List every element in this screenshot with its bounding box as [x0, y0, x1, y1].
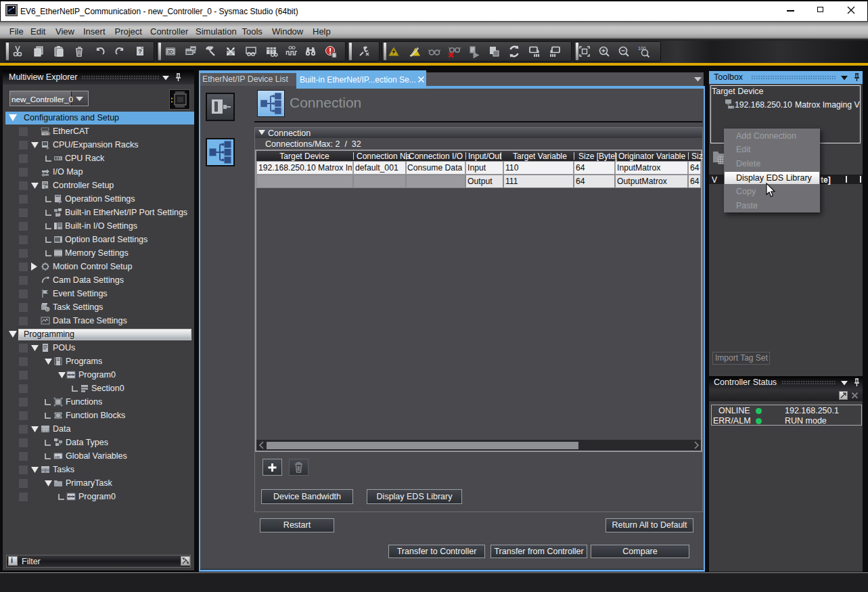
- svg-text:var: var: [55, 455, 60, 459]
- svg-text:EIP: EIP: [55, 214, 60, 217]
- svg-text:?: ?: [138, 48, 142, 55]
- svg-text:3D: 3D: [167, 49, 173, 54]
- svg-text:ECAT: ECAT: [42, 132, 50, 136]
